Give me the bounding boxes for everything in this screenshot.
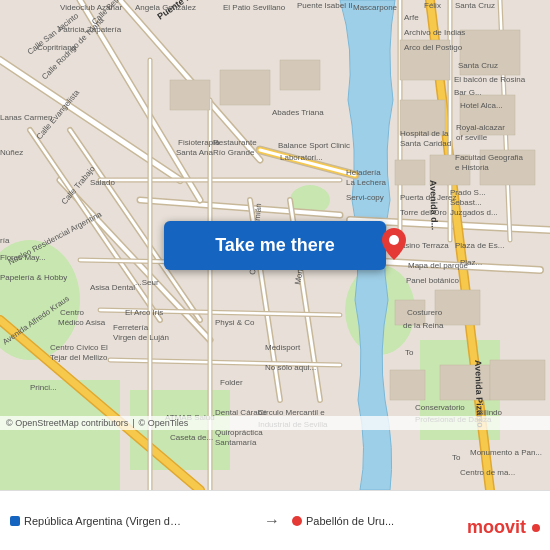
svg-text:Avenida d...: Avenida d... bbox=[428, 180, 440, 231]
route-arrow: → bbox=[264, 512, 280, 530]
svg-text:Folder: Folder bbox=[220, 378, 243, 387]
svg-text:Prado S...: Prado S... bbox=[450, 188, 486, 197]
svg-text:Royal-alcazar: Royal-alcazar bbox=[456, 123, 505, 132]
svg-text:ría: ría bbox=[0, 236, 10, 245]
svg-text:of seville: of seville bbox=[456, 133, 488, 142]
svg-text:e Historia: e Historia bbox=[455, 163, 489, 172]
svg-text:Princi...: Princi... bbox=[30, 383, 57, 392]
svg-text:Arco del Postigo: Arco del Postigo bbox=[404, 43, 463, 52]
route-from-section[interactable]: República Argentina (Virgen de ... → Pab… bbox=[10, 512, 540, 530]
svg-text:Puente Isabel II: Puente Isabel II bbox=[297, 1, 353, 10]
svg-text:Caseta de...: Caseta de... bbox=[170, 433, 213, 442]
svg-text:Sebast...: Sebast... bbox=[450, 198, 482, 207]
svg-text:Monumento a Pan...: Monumento a Pan... bbox=[470, 448, 542, 457]
svg-text:Medisport: Medisport bbox=[265, 343, 301, 352]
svg-text:Salado: Salado bbox=[90, 178, 115, 187]
svg-text:Centro: Centro bbox=[60, 308, 85, 317]
copyright-separator: | bbox=[132, 418, 134, 428]
svg-text:Physi & Co: Physi & Co bbox=[215, 318, 255, 327]
svg-text:Núñez: Núñez bbox=[0, 148, 23, 157]
moovit-logo: moovit bbox=[467, 517, 540, 538]
svg-text:Arfe: Arfe bbox=[404, 13, 419, 22]
destination-pin bbox=[382, 228, 406, 260]
svg-text:Santa Cruz: Santa Cruz bbox=[455, 1, 495, 10]
svg-text:Abades Triana: Abades Triana bbox=[272, 108, 324, 117]
svg-text:No sólo aqui...: No sólo aqui... bbox=[265, 363, 316, 372]
svg-text:Santa Cruz: Santa Cruz bbox=[458, 61, 498, 70]
svg-text:La Lechera: La Lechera bbox=[346, 178, 387, 187]
svg-text:Centro Cívico El: Centro Cívico El bbox=[50, 343, 108, 352]
svg-text:Fisioterapia: Fisioterapia bbox=[178, 138, 220, 147]
svg-text:Balance Sport Clinic: Balance Sport Clinic bbox=[278, 141, 350, 150]
svg-rect-8 bbox=[220, 70, 270, 105]
svg-text:Lanas Carmen: Lanas Carmen bbox=[0, 113, 52, 122]
svg-rect-19 bbox=[390, 370, 425, 400]
bottom-navigation-bar: República Argentina (Virgen de ... → Pab… bbox=[0, 490, 550, 550]
svg-text:Torre del Oro: Torre del Oro bbox=[400, 208, 447, 217]
to-station-name: Pabellón de Uru... bbox=[306, 515, 394, 527]
svg-text:Heladería: Heladería bbox=[346, 168, 381, 177]
svg-rect-9 bbox=[280, 60, 320, 90]
svg-text:Servi-copy: Servi-copy bbox=[346, 193, 384, 202]
svg-text:Plaz...: Plaz... bbox=[460, 258, 482, 267]
svg-text:Papelería & Hobby: Papelería & Hobby bbox=[0, 273, 67, 282]
svg-text:Patricia Zapatería: Patricia Zapatería bbox=[58, 25, 122, 34]
svg-text:Flores May...: Flores May... bbox=[0, 253, 46, 262]
svg-text:Asisa Dental: Asisa Dental bbox=[90, 283, 135, 292]
svg-text:Juzgados d...: Juzgados d... bbox=[450, 208, 498, 217]
svg-point-113 bbox=[389, 235, 399, 245]
svg-text:Costurero: Costurero bbox=[407, 308, 443, 317]
svg-text:Hotel Alca...: Hotel Alca... bbox=[460, 101, 503, 110]
svg-text:Panel botánico: Panel botánico bbox=[406, 276, 459, 285]
moovit-brand-text: moovit bbox=[467, 517, 526, 538]
svg-text:Mascarpone: Mascarpone bbox=[353, 3, 398, 12]
svg-text:Archivo de Indias: Archivo de Indias bbox=[404, 28, 465, 37]
svg-text:To: To bbox=[452, 453, 461, 462]
svg-text:Facultad Geografia: Facultad Geografia bbox=[455, 153, 524, 162]
svg-text:Centro de ma...: Centro de ma... bbox=[460, 468, 515, 477]
take-me-there-button[interactable]: Take me there bbox=[164, 221, 386, 270]
svg-rect-14 bbox=[395, 160, 425, 185]
copyright-bar: © OpenStreetMap contributors | © OpenTil… bbox=[0, 416, 550, 430]
from-icon bbox=[10, 516, 20, 526]
osm-copyright: © OpenStreetMap contributors bbox=[6, 418, 128, 428]
svg-text:Río Grande: Río Grande bbox=[213, 148, 255, 157]
svg-text:El Arco Iris: El Arco Iris bbox=[125, 308, 163, 317]
from-station-name: República Argentina (Virgen de ... bbox=[24, 515, 184, 527]
svg-text:Angela González: Angela González bbox=[135, 3, 196, 12]
svg-text:Puerta de Jerez: Puerta de Jerez bbox=[400, 193, 456, 202]
svg-text:El Patio Sevillano: El Patio Sevillano bbox=[223, 3, 286, 12]
svg-text:Plaza de Es...: Plaza de Es... bbox=[455, 241, 504, 250]
svg-text:Videoclub Azahar: Videoclub Azahar bbox=[60, 3, 122, 12]
tiles-copyright: © OpenTiles bbox=[139, 418, 189, 428]
svg-text:Restaurante: Restaurante bbox=[213, 138, 257, 147]
svg-text:Ferretería: Ferretería bbox=[113, 323, 149, 332]
svg-rect-2 bbox=[0, 380, 120, 490]
svg-text:Médico Asisa: Médico Asisa bbox=[58, 318, 106, 327]
svg-text:Santa Ana: Santa Ana bbox=[176, 148, 213, 157]
svg-text:Bar G...: Bar G... bbox=[454, 88, 482, 97]
svg-text:Santa Caridad: Santa Caridad bbox=[400, 139, 451, 148]
svg-text:Conservatorio: Conservatorio bbox=[415, 403, 465, 412]
svg-text:...Seur: ...Seur bbox=[135, 278, 159, 287]
svg-rect-7 bbox=[170, 80, 210, 110]
svg-text:Laboratori...: Laboratori... bbox=[280, 153, 323, 162]
svg-text:de la Reina: de la Reina bbox=[403, 321, 444, 330]
svg-text:Tejar del Mellizo: Tejar del Mellizo bbox=[50, 353, 108, 362]
svg-text:To: To bbox=[405, 348, 414, 357]
to-icon bbox=[292, 516, 302, 526]
svg-text:El balcón de Rosina: El balcón de Rosina bbox=[454, 75, 526, 84]
svg-text:Copritriana: Copritriana bbox=[37, 43, 77, 52]
moovit-dot bbox=[532, 524, 540, 532]
svg-text:Santamaría: Santamaría bbox=[215, 438, 257, 447]
svg-text:Hospital de la: Hospital de la bbox=[400, 129, 449, 138]
svg-text:Félix: Félix bbox=[424, 1, 441, 10]
svg-rect-21 bbox=[490, 360, 545, 400]
map-container: Puente Isabel II Calle Betis Calle San J… bbox=[0, 0, 550, 490]
svg-text:Virgen de Luján: Virgen de Luján bbox=[113, 333, 169, 342]
